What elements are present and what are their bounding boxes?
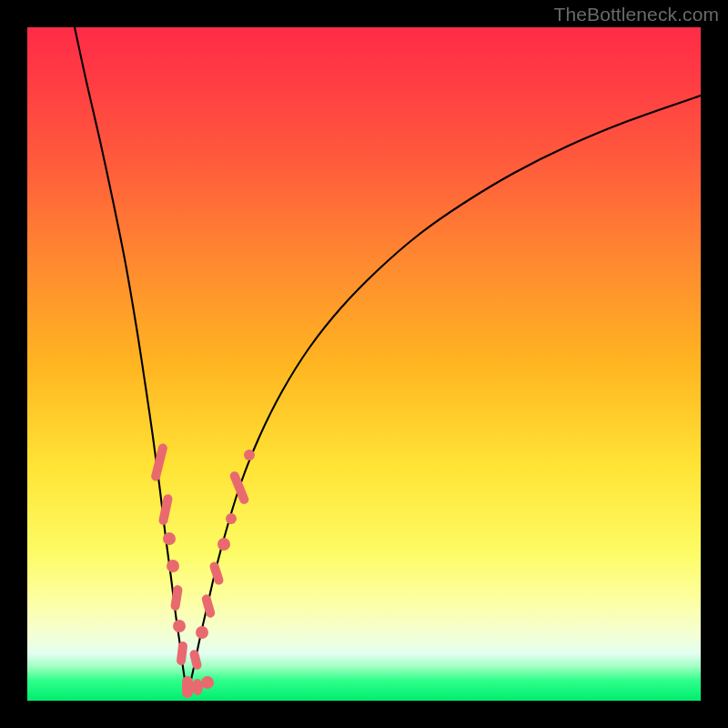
bead-circle-9 (201, 676, 214, 689)
watermark-text: TheBottleneck.com (554, 4, 719, 25)
bead-circle-14 (217, 538, 230, 551)
bead-pill-6 (176, 641, 187, 665)
bead-circle-11 (196, 626, 208, 639)
bead-pill-12 (201, 593, 217, 619)
bead-group (150, 442, 255, 698)
bead-circle-17 (244, 450, 255, 460)
curve-layer (27, 27, 701, 701)
curve-right-branch (187, 96, 701, 694)
bead-circle-15 (226, 513, 237, 524)
bead-pill-7 (182, 676, 193, 698)
bead-circle-3 (167, 560, 179, 572)
curve-left-branch (75, 27, 187, 694)
bead-circle-2 (163, 532, 176, 545)
bead-circle-5 (173, 620, 186, 632)
bead-pill-13 (208, 561, 225, 586)
bead-pill-16 (228, 470, 250, 506)
bead-pill-0 (150, 442, 168, 481)
curve-group (75, 27, 701, 694)
bead-pill-10 (188, 649, 202, 671)
